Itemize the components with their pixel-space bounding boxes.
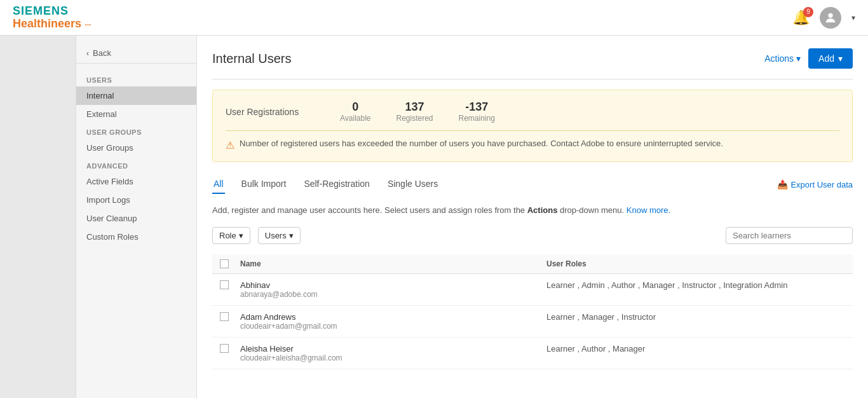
reg-stats: User Registrations 0 Available 137 Regis… [226, 100, 839, 123]
sidebar-section-users: USERS [76, 71, 196, 86]
search-input[interactable] [726, 227, 853, 244]
notification-badge: 9 [803, 7, 813, 17]
page-header-actions: Actions ▾ Add ▾ [764, 48, 853, 69]
row1-roles: Learner , Admin , Author , Manager , Ins… [546, 280, 845, 290]
row1-name: Abhinav [240, 280, 539, 290]
role-chevron-icon: ▾ [239, 231, 243, 240]
users-filter-button[interactable]: Users ▾ [258, 227, 301, 244]
sidebar-item-external[interactable]: External [76, 105, 196, 123]
warning-triangle-icon: ⚠ [226, 139, 234, 151]
actions-button[interactable]: Actions ▾ [764, 53, 801, 64]
users-filter-label: Users [265, 231, 287, 240]
page-header: Internal Users Actions ▾ Add ▾ [212, 48, 853, 69]
reg-warning: ⚠ Number of registered users has exceede… [226, 139, 839, 151]
row2-check [220, 312, 233, 321]
col-roles-header: User Roles [546, 259, 845, 268]
reg-remaining-label: Remaining [459, 114, 495, 123]
page-title: Internal Users [212, 51, 764, 66]
back-button[interactable]: ‹ Back [76, 43, 196, 64]
row3-check [220, 344, 233, 353]
reg-remaining-value: -137 [459, 100, 495, 114]
reg-remaining: -137 Remaining [459, 100, 495, 123]
tab-single-users[interactable]: Single Users [386, 175, 439, 194]
tabs-left: All Bulk Import Self-Registration Single… [212, 175, 439, 194]
sidebar-section-advanced: ADVANCED [76, 157, 196, 172]
row1-checkbox[interactable] [220, 280, 229, 289]
logo-siemens: SIEMENS [13, 5, 91, 18]
actions-label: Actions [764, 53, 794, 64]
sidebar-section-usergroups: USER GROUPS [76, 123, 196, 139]
description-text: Add, register and manage user accounts h… [212, 204, 853, 217]
row2-name: Adam Andrews [240, 312, 539, 322]
row2-name-col: Adam Andrews cloudeair+adam@gmail.com [240, 312, 539, 331]
add-label: Add [818, 53, 834, 64]
row3-roles: Learner , Author , Manager [546, 344, 845, 353]
back-arrow-icon: ‹ [86, 49, 89, 58]
tab-bulk-import[interactable]: Bulk Import [240, 175, 288, 194]
reg-registered: 137 Registered [396, 100, 433, 123]
export-label: Export User data [790, 180, 853, 189]
export-icon: 📤 [777, 179, 788, 189]
reg-registered-value: 137 [396, 100, 433, 114]
row1-email: abnaraya@adobe.com [240, 290, 539, 299]
table-row: Aleisha Heiser cloudeair+aleisha@gmail.c… [212, 338, 853, 369]
row3-email: cloudeair+aleisha@gmail.com [240, 353, 539, 362]
row2-email: cloudeair+adam@gmail.com [240, 322, 539, 331]
logo: SIEMENS Healthineers ··· [13, 5, 91, 31]
main-content: Internal Users Actions ▾ Add ▾ User Regi… [197, 36, 868, 398]
sidebar-left-strip [0, 36, 76, 398]
header-divider [212, 79, 853, 79]
logo-healthineers: Healthineers ··· [13, 18, 91, 31]
row3-name-col: Aleisha Heiser cloudeair+aleisha@gmail.c… [240, 344, 539, 362]
sidebar-item-user-groups[interactable]: User Groups [76, 139, 196, 157]
row3-checkbox[interactable] [220, 344, 229, 353]
actions-chevron-icon: ▾ [796, 53, 801, 64]
reg-available: 0 Available [340, 100, 370, 123]
add-button[interactable]: Add ▾ [808, 48, 853, 69]
header-right: 🔔 9 ▾ [792, 7, 855, 29]
sidebar-item-internal[interactable]: Internal [76, 86, 196, 105]
row1-name-col: Abhinav abnaraya@adobe.com [240, 280, 539, 299]
export-link[interactable]: 📤 Export User data [777, 179, 853, 189]
reg-warning-text: Number of registered users has exceeded … [240, 139, 723, 148]
reg-registered-label: Registered [396, 114, 433, 123]
registration-box: User Registrations 0 Available 137 Regis… [212, 90, 853, 162]
sidebar: ‹ Back USERS Internal External USER GROU… [76, 36, 197, 398]
role-filter-button[interactable]: Role ▾ [212, 227, 250, 244]
header: SIEMENS Healthineers ··· 🔔 9 ▾ [0, 0, 868, 36]
filters: Role ▾ Users ▾ [212, 227, 853, 244]
table-row: Adam Andrews cloudeair+adam@gmail.com Le… [212, 306, 853, 338]
add-chevron-icon: ▾ [838, 53, 843, 64]
back-label: Back [93, 48, 111, 58]
user-dropdown-arrow[interactable]: ▾ [851, 13, 855, 22]
tabs: All Bulk Import Self-Registration Single… [212, 175, 853, 194]
role-filter-label: Role [219, 231, 236, 240]
tab-self-registration[interactable]: Self-Registration [302, 175, 371, 194]
row2-roles: Learner , Manager , Instructor [546, 312, 845, 322]
reg-divider [226, 130, 839, 131]
tab-all[interactable]: All [212, 175, 225, 194]
layout: ‹ Back USERS Internal External USER GROU… [0, 36, 868, 398]
reg-available-value: 0 [340, 100, 370, 114]
table-row: Abhinav abnaraya@adobe.com Learner , Adm… [212, 274, 853, 306]
svg-point-0 [828, 13, 832, 17]
users-chevron-icon: ▾ [289, 231, 294, 240]
sidebar-item-custom-roles[interactable]: Custom Roles [76, 228, 196, 246]
col-name-header: Name [240, 259, 539, 268]
table-header-check [220, 259, 233, 268]
row2-checkbox[interactable] [220, 312, 229, 321]
reg-available-label: Available [340, 114, 370, 123]
select-all-checkbox[interactable] [220, 259, 229, 268]
row3-name: Aleisha Heiser [240, 344, 539, 353]
sidebar-item-import-logs[interactable]: Import Logs [76, 191, 196, 209]
sidebar-item-user-cleanup[interactable]: User Cleanup [76, 209, 196, 228]
table-header: Name User Roles [212, 254, 853, 274]
avatar[interactable] [820, 7, 841, 29]
sidebar-item-active-fields[interactable]: Active Fields [76, 172, 196, 191]
reg-label: User Registrations [226, 107, 315, 117]
notification-icon[interactable]: 🔔 9 [792, 10, 810, 26]
row1-check [220, 280, 233, 289]
